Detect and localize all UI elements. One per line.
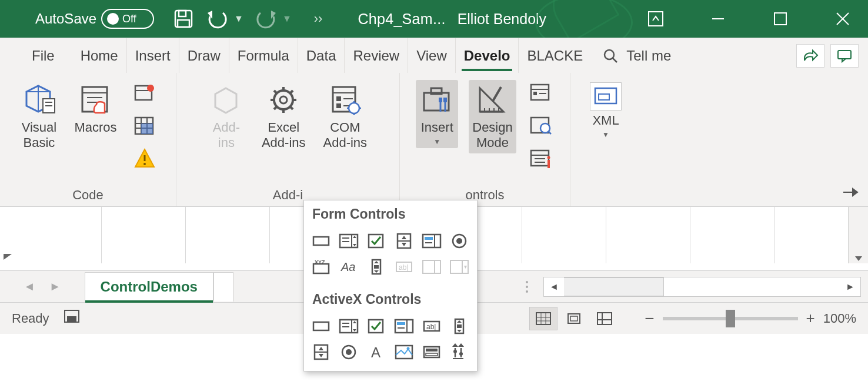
tab-blackbelt[interactable]: BLACKE [519, 38, 591, 73]
excel-addins-icon [266, 82, 301, 118]
svg-text:XYZ: XYZ [315, 259, 325, 265]
tab-formulas[interactable]: Formula [229, 38, 298, 73]
group-code: Visual Basic Macros Code [0, 73, 176, 206]
tab-file[interactable]: File [24, 38, 72, 73]
search-icon [603, 48, 618, 63]
form-combobox-icon[interactable] [336, 229, 361, 253]
record-macro-button[interactable] [131, 80, 158, 106]
user-name[interactable]: Elliot Bendoly [458, 11, 546, 28]
properties-button[interactable] [527, 80, 554, 106]
com-addins-button[interactable]: COM Add-ins [320, 80, 371, 153]
addins-button[interactable]: Add- ins [205, 80, 248, 153]
activex-label-icon[interactable]: A [364, 340, 389, 364]
zoom-slider-handle[interactable] [726, 310, 735, 327]
maximize-button[interactable] [767, 5, 794, 32]
scroll-left-icon[interactable]: ◄ [544, 282, 564, 292]
redo-dropdown-icon[interactable]: ▼ [282, 14, 292, 24]
form-label-icon[interactable]: Aa [336, 255, 361, 279]
sheet-nav-next[interactable]: ► [49, 280, 61, 293]
view-page-break-button[interactable] [590, 307, 619, 330]
insert-controls-dropdown: Form Controls XYZ Aa ab| ActiveX Control… [303, 200, 478, 371]
tab-view[interactable]: View [408, 38, 456, 73]
activex-textbox-icon[interactable]: ab| [419, 314, 444, 338]
sheet-tab-hidden[interactable] [213, 272, 233, 302]
horizontal-scrollbar[interactable]: ◄ ► [543, 277, 861, 297]
tab-data[interactable]: Data [298, 38, 345, 73]
activex-morecontrols-icon[interactable] [447, 340, 472, 364]
form-combo-dropdown-icon [447, 255, 472, 279]
activex-listbox-icon[interactable] [392, 314, 416, 338]
scroll-thumb[interactable] [564, 277, 664, 296]
tab-review[interactable]: Review [345, 38, 408, 73]
view-page-layout-button[interactable] [560, 307, 588, 330]
row-marker-icon [4, 254, 12, 260]
svg-rect-95 [423, 235, 440, 247]
form-controls-section: Form Controls XYZ Aa ab| [304, 200, 477, 286]
excel-addins-button[interactable]: Excel Add-ins [258, 80, 309, 153]
activex-spinbutton-icon[interactable] [309, 340, 333, 364]
form-spinbutton-icon[interactable] [392, 229, 416, 253]
tab-insert[interactable]: Insert [127, 38, 179, 73]
activex-combobox-icon[interactable] [336, 314, 361, 338]
form-listbox-icon[interactable] [419, 229, 444, 253]
xml-button[interactable]: XML ▼ [586, 80, 625, 141]
ribbon-display-options-icon[interactable] [642, 5, 669, 32]
macro-security-button[interactable] [131, 146, 158, 172]
svg-rect-117 [369, 320, 383, 333]
minimize-button[interactable] [705, 5, 732, 32]
zoom-out-button[interactable]: − [645, 309, 654, 328]
share-button[interactable] [796, 44, 824, 68]
activex-checkbox-icon[interactable] [364, 314, 389, 338]
undo-button[interactable] [206, 7, 229, 31]
activex-commandbutton-icon[interactable] [309, 314, 333, 338]
insert-controls-button[interactable]: Insert ▼ [416, 80, 458, 148]
zoom-level[interactable]: 100% [823, 311, 856, 326]
form-button-icon[interactable] [309, 229, 333, 253]
pin-ribbon-icon[interactable] [841, 185, 859, 202]
view-normal-button[interactable] [529, 307, 557, 330]
form-scrollbar-icon[interactable] [364, 255, 389, 279]
redo-button[interactable] [254, 7, 278, 31]
zoom-slider[interactable] [663, 317, 798, 320]
tell-me-search[interactable]: Tell me [603, 48, 671, 64]
sheet-nav-prev[interactable]: ◄ [24, 280, 35, 293]
activex-image-icon[interactable] [392, 340, 416, 364]
macros-button[interactable]: Macros [71, 80, 120, 138]
splitter-handle[interactable] [526, 275, 533, 299]
view-code-button[interactable] [527, 113, 554, 139]
svg-rect-43 [336, 103, 341, 108]
tab-developer[interactable]: Develo [456, 38, 519, 73]
design-mode-button[interactable]: Design Mode [469, 80, 516, 153]
activex-togglebutton-icon[interactable] [419, 340, 444, 364]
svg-rect-101 [313, 264, 329, 273]
activex-scrollbar-icon[interactable] [447, 314, 472, 338]
sheet-tab-controldemos[interactable]: ControlDemos [85, 272, 213, 302]
scroll-right-icon[interactable]: ► [840, 282, 860, 292]
qat-overflow-icon[interactable]: ›› [314, 11, 323, 26]
autosave-toggle[interactable]: AutoSave Off [35, 9, 154, 29]
zoom-in-button[interactable]: + [806, 309, 815, 327]
tab-draw[interactable]: Draw [179, 38, 229, 73]
close-button[interactable] [829, 5, 856, 32]
svg-text:Aa: Aa [340, 260, 355, 273]
run-dialog-button[interactable] [527, 146, 554, 172]
comments-button[interactable] [830, 44, 859, 68]
svg-point-129 [346, 349, 352, 355]
tab-home[interactable]: Home [72, 38, 127, 73]
form-groupbox-icon[interactable]: XYZ [309, 255, 333, 279]
svg-rect-74 [599, 94, 609, 100]
xml-icon [590, 82, 622, 111]
svg-point-28 [143, 163, 146, 165]
form-checkbox-icon[interactable] [364, 229, 389, 253]
form-optionbutton-icon[interactable] [447, 229, 472, 253]
svg-rect-1 [179, 11, 186, 16]
save-button[interactable] [172, 7, 195, 31]
svg-line-36 [291, 107, 293, 109]
use-relative-references-button[interactable] [131, 113, 158, 139]
undo-dropdown-icon[interactable]: ▼ [234, 14, 243, 24]
macro-recording-icon[interactable] [64, 309, 81, 328]
vertical-scrollbar[interactable] [848, 207, 868, 263]
toggle-switch[interactable]: Off [101, 9, 154, 29]
visual-basic-button[interactable]: Visual Basic [18, 80, 60, 153]
activex-optionbutton-icon[interactable] [336, 340, 361, 364]
